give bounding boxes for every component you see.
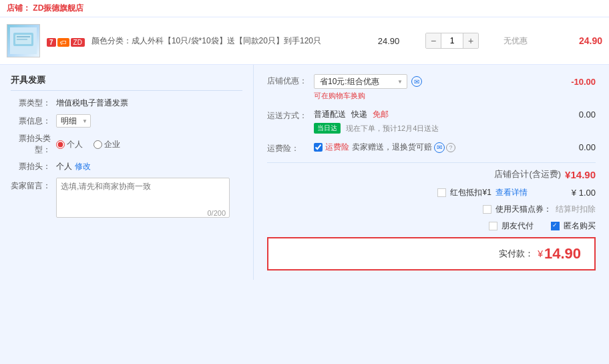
invoice-info-row: 票信息： 明细 <box>11 114 242 128</box>
hongbao-amount: ¥ 1.00 <box>572 188 596 198</box>
seller-msg-wrap: 0/200 <box>56 178 230 220</box>
invoice-info-select[interactable]: 明细 <box>56 114 91 128</box>
radio-personal[interactable]: 个人 <box>56 139 83 150</box>
insurance-amount: 0.00 <box>579 142 596 152</box>
payment-footer: 实付款： ¥ 14.90 <box>267 237 596 270</box>
product-subtotal: 24.90 <box>549 35 602 46</box>
no-promo-label: 无优惠 <box>489 35 542 47</box>
tianmao-label: 使用天猫点券： <box>495 204 552 215</box>
shipping-free: 免邮 <box>373 109 389 120</box>
friend-pay-checkbox[interactable] <box>489 222 497 230</box>
radio-company-input[interactable] <box>93 140 102 149</box>
quantity-control[interactable]: − 1 + <box>425 33 479 49</box>
invoice-head-value: 个人 <box>56 161 72 172</box>
product-thumbnail <box>7 24 40 57</box>
insurance-checkbox[interactable] <box>314 143 323 152</box>
shipping-row: 运送方式： 普通配送 快递 免邮 0.00 当日达 现在下单，预计12月4日送达 <box>267 109 596 134</box>
friend-pay-label: 朋友代付 <box>501 220 534 232</box>
promo-amount: -10.00 <box>556 77 596 87</box>
shipping-tag-green: 当日达 <box>314 123 341 134</box>
badge-tmall: 🏷 <box>57 38 69 47</box>
qty-decrease-button[interactable]: − <box>426 33 441 48</box>
pay-currency: ¥ <box>538 248 543 259</box>
promo-select-wrap: 省10元:组合优惠 ✉ -10.00 <box>314 74 596 89</box>
promo-select-container: 省10元:组合优惠 <box>314 74 407 89</box>
promo-content: 省10元:组合优惠 ✉ -10.00 可在购物车换购 <box>314 74 596 101</box>
invoice-head-type-group: 个人 企业 <box>56 139 120 150</box>
shipping-label: 运送方式： <box>267 109 314 122</box>
shipping-content: 普通配送 快递 免邮 0.00 当日达 现在下单，预计12月4日送达 <box>314 109 596 134</box>
invoice-head-type-row: 票抬头类型： 个人 企业 <box>11 133 242 156</box>
badge-zd: ZD <box>71 38 85 47</box>
insurance-content: 运费险 卖家赠送，退换货可赔 ✉ ? 0.00 <box>314 142 596 153</box>
pay-label: 实付款： <box>499 248 534 260</box>
anon-buy-label: 匿名购买 <box>564 220 596 232</box>
invoice-type-label: 票类型： <box>11 98 51 109</box>
promo-row: 店铺优惠： 省10元:组合优惠 ✉ -10.00 可在购物车换购 <box>267 74 596 101</box>
qty-increase-button[interactable]: + <box>463 33 478 48</box>
radio-company-label: 企业 <box>104 139 120 150</box>
insurance-name: 运费险 <box>325 142 349 153</box>
store-total-label: 店铺合计(含运费) <box>494 168 561 180</box>
product-price: 24.90 <box>362 36 415 46</box>
promo-label: 店铺优惠： <box>267 74 314 87</box>
shipping-options: 普通配送 快递 免邮 0.00 <box>314 109 596 120</box>
invoice-type-row: 票类型： 增值税电子普通发票 <box>11 98 242 109</box>
radio-personal-input[interactable] <box>56 140 65 149</box>
promo-note: 可在购物车换购 <box>314 91 596 101</box>
insurance-row: 运费险： 运费险 卖家赠送，退换货可赔 ✉ ? 0.00 <box>267 142 596 154</box>
main-content: 开具发票 票类型： 增值税电子普通发票 票信息： 明细 票抬头类型： <box>0 65 609 280</box>
hongbao-checkbox[interactable] <box>437 188 446 197</box>
pay-amount: 14.90 <box>544 245 581 262</box>
svg-rect-4 <box>17 39 27 40</box>
store-header: 店铺： ZD振德旗舰店 <box>0 0 609 17</box>
invoice-panel: 开具发票 票类型： 增值税电子普通发票 票信息： 明细 票抬头类型： <box>0 65 254 280</box>
invoice-section-title: 开具发票 <box>11 74 242 91</box>
qty-input[interactable]: 1 <box>441 33 463 48</box>
invoice-head-type-label: 票抬头类型： <box>11 133 51 156</box>
insurance-msg-icon[interactable]: ✉ <box>434 142 445 153</box>
hongbao-link[interactable]: 查看详情 <box>495 187 528 198</box>
promo-info-icon[interactable]: ✉ <box>411 76 422 87</box>
order-summary-panel: 店铺优惠： 省10元:组合优惠 ✉ -10.00 可在购物车换购 <box>254 65 609 280</box>
tianmao-row: 使用天猫点券： 结算时扣除 <box>483 204 596 215</box>
tianmao-checkbox[interactable] <box>483 205 491 214</box>
invoice-info-label: 票信息： <box>11 116 51 127</box>
insurance-label: 运费险： <box>267 142 314 154</box>
shipping-normal: 普通配送 <box>314 109 346 120</box>
insurance-desc: 卖家赠送，退换货可赔 <box>352 142 432 153</box>
hongbao-label: 红包抵扣¥1 <box>450 187 491 198</box>
shipping-amount: 0.00 <box>579 110 596 120</box>
store-total-amount: ¥14.90 <box>565 169 596 180</box>
svg-rect-3 <box>17 36 30 37</box>
radio-personal-label: 个人 <box>67 139 83 150</box>
product-description: 颜色分类：成人外科【10只/袋*10袋】送【同款20只】到手120只 <box>91 35 355 47</box>
insurance-info-icon[interactable]: ? <box>446 143 455 152</box>
seller-msg-textarea[interactable] <box>56 178 230 218</box>
invoice-modify-link[interactable]: 修改 <box>75 161 91 172</box>
invoice-type-value: 增值税电子普通发票 <box>56 98 128 109</box>
extra-options-row: 朋友代付 匿名购买 <box>489 220 596 232</box>
radio-company[interactable]: 企业 <box>93 139 120 150</box>
bottom-options: 红包抵扣¥1 查看详情 ¥ 1.00 使用天猫点券： 结算时扣除 朋友代付 匿名… <box>267 187 596 232</box>
anon-buy-checkbox[interactable] <box>551 222 560 230</box>
seller-msg-row: 卖家留言： 0/200 <box>11 178 242 220</box>
promo-select[interactable]: 省10元:组合优惠 <box>314 74 407 89</box>
seller-msg-label: 卖家留言： <box>11 178 51 192</box>
store-total-row: 店铺合计(含运费) ¥14.90 <box>267 168 596 180</box>
shipping-express: 快递 <box>351 109 367 120</box>
product-row: 7 🏷 ZD 颜色分类：成人外科【10只/袋*10袋】送【同款20只】到手120… <box>0 17 609 65</box>
invoice-info-select-wrap: 明细 <box>56 114 91 128</box>
store-label: 店铺： <box>7 3 31 13</box>
shipping-detail: 当日达 现在下单，预计12月4日送达 <box>314 123 596 134</box>
store-name: ZD振德旗舰店 <box>33 3 83 13</box>
invoice-head-row: 票抬头： 个人 修改 <box>11 161 242 172</box>
invoice-head-label: 票抬头： <box>11 161 51 172</box>
hongbao-row: 红包抵扣¥1 查看详情 ¥ 1.00 <box>437 187 596 198</box>
char-count: 0/200 <box>207 209 226 217</box>
shipping-note: 现在下单，预计12月4日送达 <box>346 124 439 134</box>
badge-7: 7 <box>47 38 56 47</box>
tianmao-value: 结算时扣除 <box>556 204 596 215</box>
product-badges: 7 🏷 ZD <box>47 35 85 47</box>
